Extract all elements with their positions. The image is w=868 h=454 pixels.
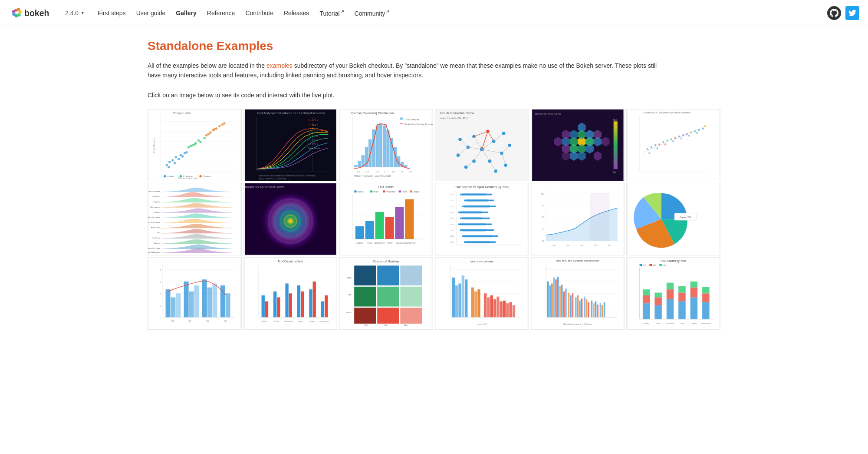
svg-rect-402 bbox=[565, 288, 567, 317]
svg-text:A plot of the spectral radianc: A plot of the spectral radiance, defined… bbox=[259, 174, 316, 176]
svg-rect-431 bbox=[643, 303, 650, 319]
gallery-item-mpg-cyl[interactable]: MPG by # Cylinders bbox=[435, 257, 529, 330]
svg-rect-432 bbox=[643, 295, 650, 303]
svg-rect-372 bbox=[474, 292, 477, 317]
svg-text:bokeh: bokeh bbox=[24, 8, 49, 18]
gallery-item-fruit-stacked[interactable]: Fruit Counts by Year 2015 2016 2017 bbox=[626, 257, 720, 330]
gallery-item-fruit-bars[interactable]: Fruit Counts Apples Pears Nectarines Plu… bbox=[339, 183, 433, 255]
gallery-item-ridgeline[interactable]: Normal Claimants Balanced Psychic Clairv… bbox=[148, 183, 242, 255]
svg-text:Gentoo: Gentoo bbox=[203, 175, 211, 178]
svg-rect-425 bbox=[650, 264, 652, 266]
examples-link[interactable]: examples bbox=[266, 62, 293, 69]
svg-rect-417 bbox=[599, 303, 601, 317]
svg-rect-409 bbox=[581, 298, 582, 317]
svg-point-23 bbox=[180, 154, 182, 156]
svg-rect-216 bbox=[383, 191, 385, 193]
nav-gallery[interactable]: Gallery bbox=[171, 7, 201, 19]
svg-text:Grapes: Grapes bbox=[413, 191, 420, 193]
svg-rect-446 bbox=[702, 302, 709, 319]
gallery-item-sprint-time[interactable]: Time Spreads for Sprint Medalists (by Ye… bbox=[435, 183, 529, 255]
svg-rect-229 bbox=[375, 212, 384, 239]
svg-rect-305 bbox=[171, 298, 175, 318]
svg-rect-395 bbox=[551, 284, 553, 318]
gallery-item-cat-heatmap[interactable]: Categorical Heatmap best fair worst foo … bbox=[339, 257, 433, 330]
svg-rect-333 bbox=[321, 302, 324, 318]
svg-rect-404 bbox=[570, 295, 572, 317]
nav-tutorial[interactable]: Tutorial bbox=[315, 7, 348, 20]
gallery-item-graph-interaction[interactable]: Graph Interaction Demo index: 11, clubs:… bbox=[435, 109, 529, 182]
svg-text:2010: 2010 bbox=[450, 242, 454, 244]
gallery-item-hexbin[interactable]: Hexbin for 500 points bbox=[531, 109, 625, 182]
svg-rect-415 bbox=[595, 302, 596, 318]
gallery-item-fruit-year[interactable]: Fruit Counts by Year bbox=[243, 257, 338, 330]
gallery-item-pie-chart[interactable]: Japan: 89 bbox=[626, 183, 720, 255]
svg-point-45 bbox=[213, 128, 215, 130]
gallery-item-spectral[interactable]: Black body spectral radiance as a functi… bbox=[243, 109, 338, 182]
svg-point-18 bbox=[166, 164, 168, 166]
svg-text:-1σ: -1σ bbox=[375, 170, 379, 172]
svg-rect-419 bbox=[603, 302, 605, 318]
gallery-item-mpg-res[interactable]: Near MPG by # Cylinders and Resolution bbox=[531, 257, 625, 330]
svg-rect-356 bbox=[378, 308, 399, 324]
svg-rect-259 bbox=[460, 211, 482, 213]
nav-contribute[interactable]: Contribute bbox=[241, 7, 278, 19]
gallery-item-line-chart[interactable]: 60 70 80 90 100 300 305 308 310 313 bbox=[531, 183, 625, 255]
twitter-icon[interactable] bbox=[845, 6, 859, 20]
svg-rect-326 bbox=[277, 298, 280, 318]
svg-rect-227 bbox=[355, 226, 364, 239]
version-chevron: ▼ bbox=[80, 10, 85, 15]
nav-releases[interactable]: Releases bbox=[279, 7, 313, 19]
nav-reference[interactable]: Reference bbox=[203, 7, 240, 19]
svg-text:2026: 2026 bbox=[450, 194, 454, 196]
version-selector[interactable]: 2.4.0 ▼ bbox=[65, 10, 85, 17]
svg-rect-323 bbox=[261, 295, 264, 317]
svg-text:Adelie: Adelie bbox=[167, 175, 174, 178]
svg-text:2018: 2018 bbox=[450, 218, 454, 220]
gallery-item-bar-annual[interactable]: 0 2 4 6 8 bbox=[148, 257, 242, 330]
svg-rect-89 bbox=[404, 165, 408, 167]
intro-paragraph: All of the examples below are located in… bbox=[148, 61, 668, 80]
gallery-item-heatmap-purple[interactable]: Manual hex bin for 50000 points bbox=[243, 183, 338, 255]
svg-rect-377 bbox=[493, 299, 496, 317]
svg-rect-407 bbox=[577, 295, 579, 317]
svg-text:Grapes: Grapes bbox=[691, 322, 697, 325]
logo[interactable]: bokeh bbox=[9, 4, 61, 22]
svg-text:2016: 2016 bbox=[653, 265, 656, 266]
svg-text:Relaxed: Relaxed bbox=[154, 211, 161, 213]
svg-rect-371 bbox=[471, 288, 474, 318]
svg-rect-375 bbox=[487, 298, 490, 318]
svg-rect-330 bbox=[301, 292, 304, 317]
svg-point-165 bbox=[651, 146, 653, 148]
nav-community[interactable]: Community bbox=[350, 7, 394, 20]
svg-rect-357 bbox=[401, 308, 422, 324]
svg-rect-367 bbox=[455, 285, 458, 317]
nav-user-guide[interactable]: User guide bbox=[132, 7, 170, 19]
nav-first-steps[interactable]: First steps bbox=[93, 7, 130, 19]
gallery-item-scatter[interactable]: Penguin size bbox=[148, 109, 242, 182]
svg-rect-434 bbox=[655, 305, 662, 319]
svg-text:Apples: Apples bbox=[357, 242, 364, 244]
svg-rect-157 bbox=[613, 121, 617, 169]
svg-point-35 bbox=[194, 143, 196, 146]
svg-rect-312 bbox=[212, 284, 217, 318]
svg-rect-263 bbox=[460, 223, 486, 225]
svg-rect-354 bbox=[401, 287, 422, 307]
svg-text:300: 300 bbox=[552, 245, 556, 247]
svg-text:Body Mass (g): Body Mass (g) bbox=[153, 137, 155, 152]
svg-text:Pears: Pears bbox=[656, 322, 661, 325]
gallery-item-normal-dist[interactable]: Normal (Gaussian) Distribution 1000 samp… bbox=[339, 109, 433, 182]
svg-text:Strawberries: Strawberries bbox=[701, 322, 711, 325]
svg-point-25 bbox=[185, 151, 187, 153]
svg-rect-253 bbox=[462, 193, 486, 196]
svg-point-21 bbox=[175, 156, 177, 158]
svg-rect-332 bbox=[312, 282, 316, 317]
svg-rect-394 bbox=[549, 285, 551, 317]
github-icon[interactable] bbox=[827, 6, 841, 20]
gallery-item-scatter2[interactable]: Usain Bolt vs. 116 years of Olympic spri… bbox=[626, 109, 720, 182]
svg-rect-418 bbox=[602, 305, 603, 317]
svg-text:Grapes: Grapes bbox=[396, 242, 404, 244]
svg-rect-255 bbox=[466, 199, 488, 202]
svg-text:Nectarines: Nectarines bbox=[375, 242, 385, 244]
svg-rect-352 bbox=[354, 287, 376, 307]
svg-text:T = 4500 K: T = 4500 K bbox=[308, 123, 318, 126]
